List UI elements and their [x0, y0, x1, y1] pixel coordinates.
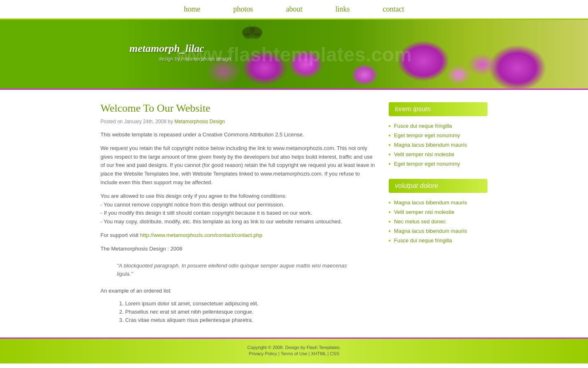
- sidebar: lorem ipsum Fusce dui neque fringillaEge…: [389, 102, 488, 325]
- blockquote: "A blockquoted paragraph. In posuere ele…: [117, 262, 360, 279]
- sidebar-w1-link-5[interactable]: Eget tempor eget nonummy: [394, 161, 460, 167]
- sidebar-w2-item-2: Velit semper nisi molestie: [389, 207, 488, 217]
- sidebar-widget-2-list: Magna lacus bibendum maurisVelit semper …: [389, 198, 488, 245]
- paragraph-support: For support visit http://www.metamorphoz…: [100, 231, 376, 240]
- footer-link-terms-of-use[interactable]: Terms of Use: [280, 351, 307, 356]
- sidebar-widget-2-title: volutpat dolore: [389, 179, 488, 193]
- nav-item-contact[interactable]: contact: [383, 5, 404, 13]
- sidebar-w2-link-5[interactable]: Fusce dui neque fringilla: [394, 237, 452, 244]
- ordered-list-item-2: Phasellus nec erat sit amet nibh pellent…: [125, 309, 376, 315]
- top-navigation: homephotosaboutlinkscontact: [0, 0, 588, 20]
- ordered-list: Lorem ipsum dolor sit amet, consectetuer…: [125, 300, 376, 323]
- paragraph-1: This website template is repeased under …: [100, 131, 376, 139]
- footer-copyright: Copyright © 2008. Design by Flash Templa…: [6, 345, 582, 350]
- content-area: Welcome To Our Website Posted on January…: [100, 102, 376, 325]
- sidebar-widget-1: lorem ipsum Fusce dui neque fringillaEge…: [389, 102, 488, 169]
- footer-link-privacy-policy[interactable]: Privacy Policy: [249, 351, 277, 356]
- sidebar-w1-item-1: Fusce dui neque fringilla: [389, 121, 488, 131]
- paragraph-3: You are allowed to use this design only …: [100, 192, 376, 226]
- support-text-prefix: For support visit: [100, 232, 138, 238]
- site-subtitle: design by metamorphosis design: [159, 56, 231, 62]
- footer-links: Privacy Policy | Terms of Use | XHTML | …: [6, 351, 582, 356]
- nav-item-home[interactable]: home: [184, 5, 200, 13]
- sidebar-widget-1-title: lorem ipsum: [389, 102, 488, 116]
- ordered-list-label: An example of an ordered list:: [100, 287, 376, 295]
- footer: Copyright © 2008. Design by Flash Templa…: [0, 338, 588, 363]
- sidebar-w1-item-5: Eget tempor eget nonummy: [389, 159, 488, 169]
- footer-link-css[interactable]: CSS: [330, 351, 339, 356]
- footer-link-xhtml[interactable]: XHTML: [311, 351, 326, 356]
- post-meta: Posted on January 24th, 2008 by Metamorp…: [100, 119, 376, 124]
- sidebar-w2-link-2[interactable]: Velit semper nisi molestie: [394, 209, 455, 215]
- nav-item-about[interactable]: about: [286, 5, 303, 13]
- sidebar-w1-item-2: Eget tempor eget nonummy: [389, 131, 488, 140]
- sidebar-w1-link-2[interactable]: Eget tempor eget nonummy: [394, 132, 460, 138]
- sidebar-w2-item-3: Nec metus sed donec: [389, 217, 488, 226]
- ordered-list-item-3: Cras vitae metus aliquam risus pellentes…: [125, 317, 376, 323]
- nav-item-photos[interactable]: photos: [233, 5, 253, 13]
- main-container: Welcome To Our Website Posted on January…: [68, 90, 520, 338]
- support-link[interactable]: http://www.metamorphozis.com/contact/con…: [140, 232, 262, 238]
- nav-item-links[interactable]: links: [336, 5, 350, 13]
- sidebar-widget-1-list: Fusce dui neque fringillaEget tempor ege…: [389, 121, 488, 169]
- sidebar-w1-item-4: Velit semper nisi molestie: [389, 150, 488, 159]
- sidebar-w1-item-3: Magna lacus bibendum mauris: [389, 140, 488, 150]
- sidebar-widget-2: volutpat dolore Magna lacus bibendum mau…: [389, 179, 488, 245]
- sidebar-w2-item-5: Fusce dui neque fringilla: [389, 236, 488, 245]
- sidebar-w2-link-3[interactable]: Nec metus sed donec: [394, 218, 446, 225]
- sidebar-w2-link-1[interactable]: Magna lacus bibendum mauris: [394, 199, 467, 206]
- header-banner: metamorph_lilac design by metamorphosis …: [0, 20, 588, 90]
- sidebar-w1-link-3[interactable]: Magna lacus bibendum mauris: [394, 142, 467, 148]
- sidebar-w2-link-4[interactable]: Magna lacus bibendum mauris: [394, 228, 467, 234]
- post-meta-text: Posted on January 24th, 2008 by: [100, 119, 173, 124]
- sidebar-w2-item-1: Magna lacus bibendum mauris: [389, 198, 488, 207]
- sidebar-w1-link-1[interactable]: Fusce dui neque fringilla: [394, 123, 452, 129]
- sidebar-w1-link-4[interactable]: Velit semper nisi molestie: [394, 151, 455, 157]
- sidebar-w2-item-4: Magna lacus bibendum mauris: [389, 226, 488, 236]
- ordered-list-item-1: Lorem ipsum dolor sit amet, consectetuer…: [125, 300, 376, 307]
- post-author-link[interactable]: Metamorphosis Design: [174, 119, 225, 124]
- site-title: metamorph_lilac: [129, 42, 204, 55]
- post-title: Welcome To Our Website: [100, 102, 376, 115]
- butterfly-icon: [241, 24, 264, 42]
- paragraph-5: The Metamorphosis Design : 2008: [100, 245, 376, 253]
- paragraph-2: We request you retain the full copyright…: [100, 144, 376, 187]
